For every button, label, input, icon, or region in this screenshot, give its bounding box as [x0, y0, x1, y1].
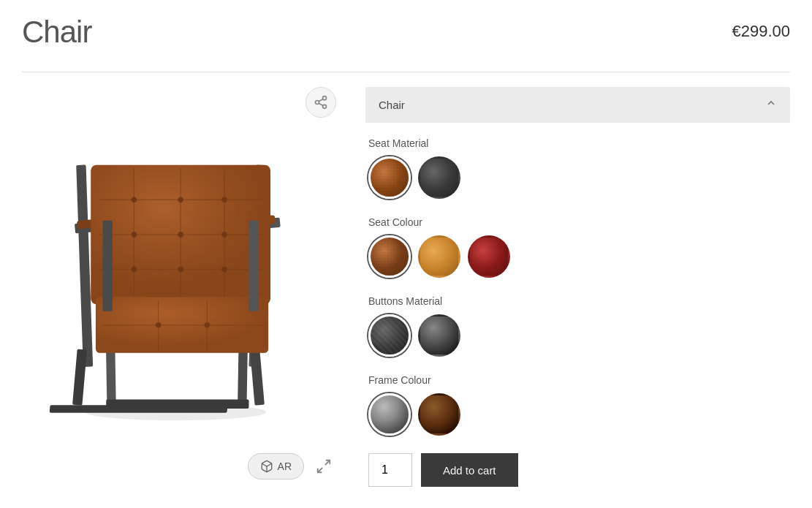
product-price: €299.00 — [732, 15, 790, 41]
add-to-cart-button[interactable]: Add to cart — [421, 453, 518, 487]
ar-label: AR — [278, 460, 292, 472]
svg-point-26 — [132, 197, 137, 202]
svg-point-27 — [178, 197, 183, 202]
swatch-steel[interactable] — [368, 393, 411, 436]
svg-rect-8 — [72, 349, 87, 406]
svg-point-41 — [205, 322, 210, 328]
buttons-material-label: Buttons Material — [368, 295, 787, 307]
frame-colour-group: Frame Colour — [365, 374, 790, 436]
frame-colour-swatches — [368, 393, 787, 436]
product-image-container — [22, 87, 344, 438]
swatch-tan[interactable] — [418, 235, 460, 278]
svg-point-32 — [132, 267, 137, 273]
chevron-up-icon — [765, 97, 777, 113]
accordion-title: Chair — [379, 99, 405, 111]
svg-line-46 — [318, 468, 322, 472]
seat-material-swatches — [368, 156, 787, 199]
svg-point-29 — [132, 232, 137, 238]
page-header: Chair €299.00 — [22, 15, 790, 57]
swatch-dark-wood[interactable] — [418, 393, 460, 436]
buttons-material-group: Buttons Material — [365, 295, 790, 357]
seat-colour-swatches — [368, 235, 787, 278]
swatch-dark-fabric[interactable] — [368, 314, 411, 357]
svg-point-30 — [178, 232, 183, 238]
main-content: AR Chair Seat Materi — [22, 87, 790, 487]
quantity-input[interactable] — [368, 453, 412, 487]
fullscreen-icon — [316, 458, 332, 474]
frame-colour-label: Frame Colour — [368, 374, 787, 386]
svg-rect-42 — [102, 221, 112, 311]
seat-colour-label: Seat Colour — [368, 216, 787, 228]
svg-rect-9 — [250, 349, 265, 406]
svg-rect-43 — [248, 221, 258, 311]
svg-point-34 — [221, 267, 227, 273]
swatch-fabric-dark[interactable] — [418, 156, 460, 199]
seat-material-group: Seat Material — [365, 137, 790, 199]
product-title: Chair — [22, 15, 91, 50]
svg-point-40 — [156, 322, 162, 328]
swatch-brown[interactable] — [368, 235, 411, 278]
svg-rect-13 — [50, 405, 228, 412]
seat-colour-group: Seat Colour — [365, 216, 790, 278]
image-controls: AR — [248, 453, 336, 479]
svg-line-45 — [325, 460, 330, 465]
header-divider — [22, 72, 790, 72]
svg-point-33 — [178, 267, 183, 273]
seat-material-label: Seat Material — [368, 137, 787, 149]
swatch-leather-brown[interactable] — [368, 156, 411, 199]
fullscreen-button[interactable] — [311, 454, 336, 479]
swatch-red[interactable] — [468, 235, 510, 278]
svg-point-31 — [221, 232, 227, 238]
chair-illustration — [37, 94, 329, 431]
buttons-material-swatches — [368, 314, 787, 357]
cube-icon — [260, 460, 273, 473]
add-to-cart-section: Add to cart — [365, 453, 790, 487]
svg-rect-6 — [76, 165, 93, 367]
product-image-section: AR — [22, 87, 344, 487]
ar-button[interactable]: AR — [248, 453, 304, 479]
accordion-header[interactable]: Chair — [365, 87, 790, 123]
svg-point-28 — [221, 197, 227, 202]
product-options-section: Chair Seat Material Seat Colour — [365, 87, 790, 487]
swatch-metal-dark[interactable] — [418, 314, 460, 357]
